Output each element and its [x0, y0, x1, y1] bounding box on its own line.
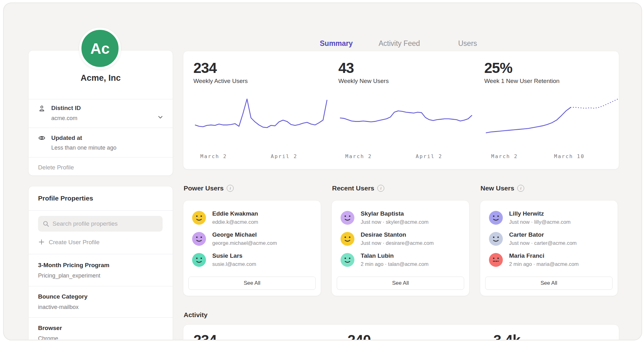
face-icon	[341, 211, 354, 225]
property-name: 3-Month Pricing Program	[38, 262, 109, 269]
user-row[interactable]: Eddie Kwakman eddie.k@acme.com	[192, 210, 314, 228]
user-email: susie.l@acme.com	[212, 261, 256, 267]
tab-activity-feed[interactable]: Activity Feed	[379, 39, 420, 48]
property-value: Chrome	[38, 335, 58, 340]
user-meta: Just now · desirare@acme.com	[361, 240, 434, 246]
stat-label: Weekly Active Users	[193, 78, 248, 85]
search-icon	[42, 220, 49, 227]
user-meta: Just now · carter@acme.com	[509, 240, 577, 246]
face-icon	[192, 253, 206, 267]
chevron-down-icon[interactable]	[157, 114, 164, 121]
stat-label: Weekly New Users	[338, 78, 389, 85]
search-input[interactable]	[38, 216, 163, 232]
column-title: New Users	[480, 184, 514, 192]
activity-card: 234 240 3.4k	[183, 324, 619, 340]
face-icon	[192, 211, 206, 225]
x-axis-end-label: March 10	[554, 153, 585, 159]
create-user-profile-label: Create User Profile	[49, 239, 100, 246]
face-icon	[192, 232, 206, 246]
field-value: Less than one minute ago	[51, 145, 116, 151]
x-axis-start-label: March 2	[491, 153, 518, 159]
property-name: Bounce Category	[38, 293, 87, 300]
tab-label: Summary	[320, 39, 353, 47]
face-icon	[489, 253, 503, 267]
activity-stat-value: 240	[347, 332, 371, 340]
user-row[interactable]: Lilly Herwitz Just now · lilly@acme.com	[489, 210, 611, 228]
tab-label: Activity Feed	[379, 39, 420, 47]
user-name: Talan Lubin	[361, 252, 394, 259]
x-axis-end-label: April 2	[271, 153, 297, 159]
user-avatar	[489, 211, 503, 225]
tab-label: Users	[458, 39, 477, 47]
plus-icon	[38, 239, 45, 245]
tab-users[interactable]: Users	[458, 39, 477, 48]
activity-stat-value: 234	[193, 332, 217, 340]
property-name: Browser	[38, 325, 62, 332]
delete-profile-button[interactable]: Delete Profile	[38, 164, 74, 171]
stat-value: 234	[193, 59, 217, 76]
divider	[29, 317, 173, 318]
user-row[interactable]: Carter Bator Just now · carter@acme.com	[489, 231, 611, 249]
field-value: acme.com	[51, 115, 77, 122]
user-name: Susie Lars	[212, 252, 242, 259]
eye-icon	[38, 134, 46, 142]
user-row[interactable]: George Michael george.michael@acme.com	[192, 231, 314, 249]
info-icon[interactable]: i	[227, 185, 234, 192]
summary-stats-card: 234 Weekly Active Users March 2 April 2 …	[183, 51, 619, 169]
divider	[29, 99, 173, 99]
user-avatar	[489, 232, 503, 246]
see-all-button[interactable]: See All	[485, 277, 613, 290]
user-name: Maria Franci	[509, 252, 544, 259]
power-users-header: Power Users i	[184, 184, 234, 192]
stat-column-weekly-new-users: 43 Weekly New Users March 2 April 2	[338, 51, 474, 169]
info-icon[interactable]: i	[517, 185, 524, 192]
user-meta: Just now · lilly@acme.com	[509, 219, 571, 225]
user-meta: 2 min ago · maria@acme.com	[509, 261, 579, 267]
see-all-button[interactable]: See All	[188, 277, 316, 290]
stat-column-weekly-active-users: 234 Weekly Active Users March 2 April 2	[193, 51, 329, 169]
user-avatar	[341, 211, 354, 225]
user-row[interactable]: Talan Lubin 2 min ago · talan@acme.com	[341, 252, 463, 270]
user-avatar	[489, 253, 503, 267]
info-icon[interactable]: i	[377, 185, 384, 192]
user-name: Lilly Herwitz	[509, 210, 544, 217]
field-label: Distinct ID	[51, 105, 81, 112]
property-value: Pricing_plan_experiment	[38, 272, 100, 279]
user-avatar	[192, 211, 206, 225]
user-row[interactable]: Maria Franci 2 min ago · maria@acme.com	[489, 252, 611, 270]
person-icon	[38, 105, 46, 112]
divider	[29, 254, 173, 254]
activity-title: Activity	[184, 311, 208, 319]
user-name: George Michael	[212, 231, 257, 238]
face-icon	[341, 253, 354, 267]
new-users-card: Lilly Herwitz Just now · lilly@acme.com …	[480, 200, 618, 296]
user-avatar	[192, 232, 206, 246]
column-title: Recent Users	[332, 184, 374, 192]
user-avatar	[341, 232, 354, 246]
user-row[interactable]: Skylar Baptista Just now · skyler@acme.c…	[341, 210, 463, 228]
divider	[29, 157, 173, 157]
field-label: Updated at	[51, 135, 82, 141]
face-icon	[341, 232, 354, 246]
x-axis-end-label: April 2	[416, 153, 442, 159]
divider	[29, 286, 173, 286]
weekly-active-users-chart	[193, 95, 329, 144]
face-icon	[489, 232, 503, 246]
user-email: george.michael@acme.com	[212, 240, 277, 246]
company-avatar-initials: Ac	[90, 40, 109, 57]
see-all-button[interactable]: See All	[337, 277, 464, 290]
stat-column-retention: 25% Week 1 New User Retention March 2 Ma…	[484, 51, 619, 169]
user-meta: Just now · skyler@acme.com	[361, 219, 429, 225]
user-row[interactable]: Susie Lars susie.l@acme.com	[192, 252, 314, 270]
user-name: Desirae Stanton	[361, 231, 406, 238]
property-value: inactive-mailbox	[38, 304, 79, 311]
x-axis-start-label: March 2	[345, 153, 372, 159]
column-title: Power Users	[184, 184, 224, 192]
user-name: Eddie Kwakman	[212, 210, 258, 217]
user-row[interactable]: Desirae Stanton Just now · desirare@acme…	[341, 231, 463, 249]
app-window: Ac Acme, Inc Distinct ID acme.com Update…	[3, 3, 642, 340]
tab-summary[interactable]: Summary	[320, 39, 353, 48]
profile-properties-title: Profile Properties	[38, 195, 93, 202]
recent-users-header: Recent Users i	[332, 184, 384, 192]
company-name: Acme, Inc	[29, 73, 173, 83]
